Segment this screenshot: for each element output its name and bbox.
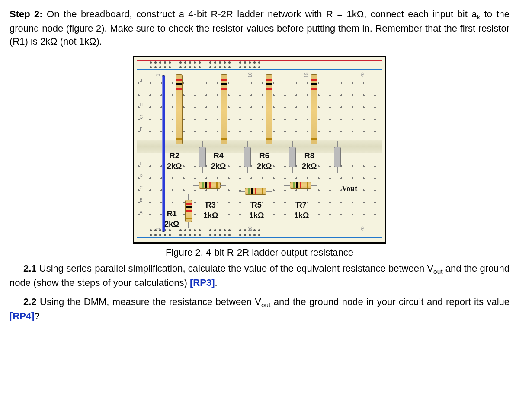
q21-sub: out [433, 268, 442, 276]
q22-num: 2.2 [23, 296, 37, 307]
step2-paragraph: Step 2: On the breadboard, construct a 4… [10, 8, 509, 48]
top-rail [137, 60, 382, 70]
step-text-1: On the breadboard, construct a 4-bit R-2… [43, 9, 477, 19]
breadboard: J I H G F 1 10 15 20 E [133, 56, 386, 244]
lower-field: E D C B A 1 10 20 [137, 156, 382, 225]
q22-text-2: and the ground node in your circuit and … [270, 296, 509, 307]
figure-2: J I H G F 1 10 15 20 E [10, 56, 509, 259]
q22-q: ? [34, 311, 39, 321]
q21-text-1: Using series-parallel simplification, ca… [37, 263, 433, 274]
q21-dot: . [215, 277, 217, 288]
upper-field: J I H G F 1 10 15 20 [137, 73, 382, 138]
figure-caption: Figure 2. 4-bit R-2R ladder output resis… [10, 246, 509, 259]
q22-ref: [RP4] [10, 311, 34, 321]
q21-num: 2.1 [23, 263, 37, 274]
row-labels-bot: E D C B A [139, 157, 142, 218]
q21-ref: [RP3] [190, 277, 215, 288]
step-label: Step 2: [10, 9, 43, 19]
question-2-1: 2.1 Using series-parallel simplification… [10, 262, 509, 289]
q22-sub: out [261, 301, 270, 309]
q22-text-1: Using the DMM, measure the resistance be… [37, 296, 261, 307]
bottom-rail [137, 228, 382, 238]
center-gap [137, 140, 382, 153]
question-2-2: 2.2 Using the DMM, measure the resistanc… [10, 295, 509, 323]
row-labels-top: J I H G F [139, 74, 143, 135]
